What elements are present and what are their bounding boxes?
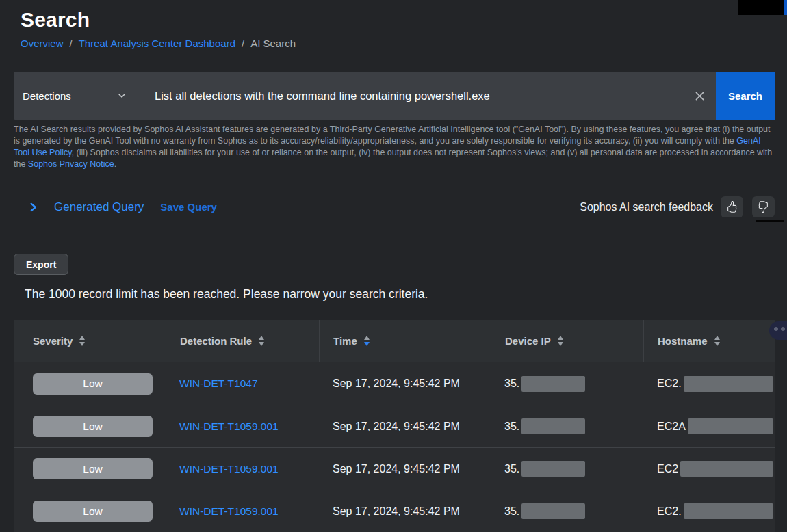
x-icon	[694, 90, 706, 102]
redacted-value	[684, 376, 773, 392]
redacted-line	[756, 220, 784, 222]
severity-badge: Low	[33, 501, 153, 522]
save-query-link[interactable]: Save Query	[160, 201, 217, 213]
column-header-detection-rule[interactable]: Detection Rule	[166, 320, 319, 362]
sophos-privacy-notice-link[interactable]: Sophos Privacy Notice	[28, 159, 114, 169]
detection-rule-link[interactable]: WIN-DET-T1059.001	[179, 505, 279, 518]
clear-search-button[interactable]	[683, 72, 716, 120]
redacted-value	[521, 461, 585, 477]
severity-badge: Low	[33, 416, 153, 437]
detection-rule-link[interactable]: WIN-DET-T1047	[179, 377, 258, 390]
thumbs-down-icon	[758, 201, 769, 213]
ai-disclaimer-text: The AI Search results provided by Sophos…	[14, 124, 777, 170]
chevron-right-icon	[28, 202, 38, 213]
hostname-cell: EC2.	[643, 362, 775, 405]
hostname-prefix: EC2A	[657, 421, 686, 433]
column-header-label: Detection Rule	[180, 335, 252, 347]
breadcrumb-separator: /	[242, 38, 244, 49]
search-input[interactable]	[140, 72, 683, 120]
redacted-value	[521, 376, 585, 392]
device-ip-cell: 35.	[491, 362, 643, 405]
detection-rule-cell: WIN-DET-T1059.001	[166, 490, 319, 532]
sort-icon	[79, 336, 85, 346]
widget-dot	[774, 327, 778, 331]
widget-dot	[781, 327, 785, 331]
feedback-label: Sophos AI search feedback	[580, 201, 713, 213]
chevron-down-icon	[116, 90, 127, 101]
column-header-hostname[interactable]: Hostname	[643, 320, 775, 362]
section-divider	[14, 241, 753, 241]
top-right-redacted-block	[738, 0, 784, 15]
sort-icon	[259, 336, 264, 346]
column-header-time[interactable]: Time	[319, 320, 491, 362]
time-cell: Sep 17, 2024, 9:45:42 PM	[319, 448, 491, 490]
thumbs-up-button[interactable]	[721, 196, 743, 217]
device-ip-cell: 35.	[491, 490, 643, 532]
table-row: Low WIN-DET-T1059.001 Sep 17, 2024, 9:45…	[14, 405, 775, 447]
column-header-label: Device IP	[505, 335, 551, 347]
disclaimer-part-2: , (iii) Sophos disclaims all liabilities…	[14, 148, 772, 169]
sort-icon-active-desc	[364, 336, 370, 346]
device-ip-prefix: 35.	[504, 377, 519, 390]
floating-widget-cutoff[interactable]	[769, 321, 787, 340]
sort-icon	[558, 336, 563, 346]
detection-rule-link[interactable]: WIN-DET-T1059.001	[179, 421, 279, 433]
breadcrumb-current-ai-search: AI Search	[250, 38, 296, 49]
results-table: Severity Detection Rule Time Device IP H…	[14, 320, 775, 532]
breadcrumb-link-overview[interactable]: Overview	[21, 38, 64, 49]
search-button[interactable]: Search	[716, 72, 775, 120]
column-header-label: Time	[333, 335, 357, 347]
redacted-value	[680, 461, 773, 477]
page-title: Search	[21, 8, 296, 31]
table-row: Low WIN-DET-T1059.001 Sep 17, 2024, 9:45…	[14, 490, 775, 532]
time-cell: Sep 17, 2024, 9:45:42 PM	[319, 490, 491, 532]
redacted-value	[688, 418, 773, 434]
top-right-blue-sliver	[784, 0, 787, 15]
device-ip-prefix: 35.	[504, 463, 519, 475]
disclaimer-part-1: The AI Search results provided by Sophos…	[14, 124, 771, 146]
hostname-cell: EC2	[643, 448, 775, 490]
device-ip-prefix: 35.	[504, 421, 519, 433]
search-category-value: Detections	[23, 90, 71, 102]
thumbs-down-button[interactable]	[752, 196, 775, 217]
detection-rule-cell: WIN-DET-T1047	[166, 362, 319, 405]
device-ip-cell: 35.	[491, 405, 643, 447]
severity-cell: Low	[14, 405, 166, 447]
hostname-prefix: EC2.	[657, 505, 682, 518]
breadcrumb-link-threat-analysis-center-dashboard[interactable]: Threat Analysis Center Dashboard	[79, 38, 235, 49]
hostname-prefix: EC2	[657, 463, 678, 475]
sort-icon	[714, 336, 720, 346]
generated-query-label: Generated Query	[54, 200, 144, 214]
redacted-value	[521, 503, 585, 519]
column-header-label: Severity	[33, 335, 73, 347]
severity-cell: Low	[14, 490, 166, 532]
severity-badge: Low	[33, 458, 153, 479]
column-header-label: Hostname	[658, 335, 708, 347]
table-header-row: Severity Detection Rule Time Device IP H…	[14, 320, 775, 362]
search-category-dropdown[interactable]: Detections	[14, 72, 140, 120]
severity-cell: Low	[14, 362, 166, 405]
disclaimer-part-3: .	[114, 159, 116, 169]
export-button[interactable]: Export	[14, 254, 68, 275]
page-header: Search Overview / Threat Analysis Center…	[21, 8, 296, 49]
generated-query-toggle[interactable]: Generated Query	[28, 200, 144, 214]
severity-badge: Low	[33, 373, 153, 395]
generated-query-row: Generated Query Save Query Sophos AI sea…	[14, 196, 775, 218]
record-limit-message: The 1000 record limit has been reached. …	[25, 287, 428, 302]
column-header-severity[interactable]: Severity	[14, 320, 166, 362]
hostname-cell: EC2A	[643, 405, 775, 447]
time-cell: Sep 17, 2024, 9:45:42 PM	[319, 405, 491, 447]
column-header-device-ip[interactable]: Device IP	[491, 320, 643, 362]
breadcrumb-separator: /	[70, 38, 73, 49]
detection-rule-cell: WIN-DET-T1059.001	[166, 448, 319, 490]
thumbs-up-icon	[726, 201, 738, 213]
search-bar: Detections Search	[14, 72, 775, 120]
redacted-value	[521, 418, 585, 434]
severity-cell: Low	[14, 448, 166, 490]
detection-rule-link[interactable]: WIN-DET-T1059.001	[179, 463, 279, 475]
hostname-prefix: EC2.	[657, 377, 682, 390]
time-cell: Sep 17, 2024, 9:45:42 PM	[319, 362, 491, 405]
redacted-value	[684, 503, 773, 519]
table-row: Low WIN-DET-T1047 Sep 17, 2024, 9:45:42 …	[14, 362, 775, 405]
device-ip-prefix: 35.	[504, 505, 519, 518]
